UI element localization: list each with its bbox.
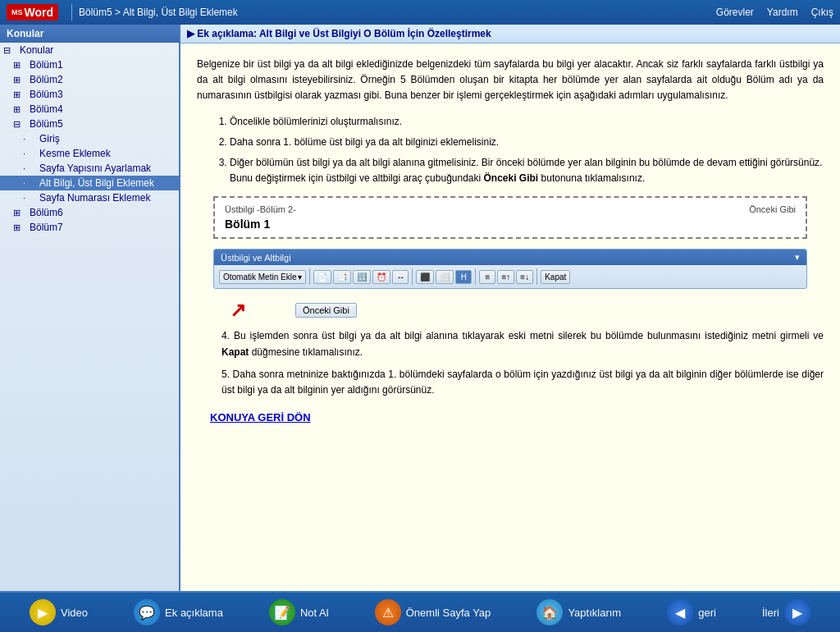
sidebar-item-8[interactable]: · Sayfa Yapısını Ayarlamak [0, 161, 179, 176]
onemli-button[interactable]: ⚠ Önemli Sayfa Yap [368, 596, 498, 629]
annotation-arrow: ↗ [230, 299, 246, 322]
toolbar-title: Üstbilgi ve Altbilgi ▾ [214, 250, 806, 265]
content-area: ▶ Ek açıklama: Alt Bilgi ve Üst Bilgiyi … [180, 25, 840, 591]
sidebar-item-label-7: Kesme Eklemek [39, 148, 111, 159]
sidebar-item-3[interactable]: ⊞ Bölüm3 [0, 87, 179, 102]
toolbar-sep-3 [475, 268, 476, 285]
sidebar-item-7[interactable]: · Kesme Eklemek [0, 146, 179, 161]
toolbar-btn-3[interactable]: 🔢 [353, 270, 371, 284]
not-al-label: Not Al [300, 607, 329, 619]
sidebar-item-4[interactable]: ⊞ Bölüm4 [0, 102, 179, 117]
video-icon: ▶ [30, 599, 56, 625]
demo-box-content: Bölüm 1 [225, 218, 796, 231]
geri-button[interactable]: ◀ geri [660, 596, 723, 629]
toolbar-buttons: Otomatik Metin Ekle ▾ 📄 📑 🔢 ⏰ ↔ ⬛ ⬜ H ≡ … [214, 265, 806, 288]
sidebar-item-label-1: Bölüm1 [30, 59, 63, 71]
demo-box: Üstbilgi -Bölüm 2- Önceki Gibi Bölüm 1 [213, 196, 807, 239]
sidebar-item-icon-7: · [23, 149, 36, 158]
toolbar-sep-1 [309, 268, 310, 285]
konuya-geri-don-link[interactable]: KONUYA GERİ DÖN [210, 411, 824, 424]
onceki-gibi-button[interactable]: Önceki Gibi [295, 303, 357, 318]
sidebar-item-icon-5: ⊟ [13, 119, 26, 130]
sidebar-item-icon-1: ⊞ [13, 60, 26, 71]
demo-header-right: Önceki Gibi [749, 204, 796, 214]
sidebar-item-label-0: Konular [20, 44, 53, 56]
sidebar-item-11[interactable]: ⊞ Bölüm6 [0, 205, 179, 220]
step-2: Daha sonra 1. bölüme üst bilgi ya da alt… [230, 135, 824, 150]
sidebar-item-label-5: Bölüm5 [30, 118, 63, 130]
sidebar-title: Konular [0, 25, 179, 43]
sidebar-item-icon-3: ⊞ [13, 89, 26, 100]
sidebar-item-label-8: Sayfa Yapısını Ayarlamak [39, 163, 151, 174]
step-4-end: düğmesine tıklamalısınız. [252, 346, 363, 358]
step-3: Diğer bölümün üst bilgi ya da alt bilgi … [230, 155, 824, 186]
sidebar-item-5[interactable]: ⊟ Bölüm5 [0, 117, 179, 131]
sidebar-item-0[interactable]: ⊟ Konular [0, 43, 179, 57]
video-button[interactable]: ▶ Video [23, 596, 94, 629]
sidebar-item-label-2: Bölüm2 [30, 74, 63, 85]
steps-list: Öncelikle bölümlerinizi oluşturmalısınız… [230, 114, 824, 187]
toolbar-btn-1[interactable]: 📄 [313, 270, 331, 284]
sidebar-item-10[interactable]: · Sayfa Numarası Eklemek [0, 190, 179, 205]
onemli-icon: ⚠ [375, 599, 401, 625]
sidebar-item-icon-8: · [23, 163, 36, 173]
content-body: Belgenize bir üst bilgi ya da alt bilgi … [180, 44, 840, 591]
toolbar-btn-2[interactable]: 📑 [333, 270, 351, 284]
step-3-text: Diğer bölümün üst bilgi ya da alt bilgi … [230, 157, 822, 184]
kapat-button[interactable]: Kapat [541, 270, 570, 284]
yaptiklarim-button[interactable]: 🏠 Yaptıklarım [530, 596, 628, 629]
menu-cikis[interactable]: Çıkış [811, 7, 833, 18]
toolbar-btn-7[interactable]: ⬜ [436, 270, 454, 284]
onemli-label: Önemli Sayfa Yap [406, 607, 491, 619]
word-label: Word [25, 6, 54, 19]
toolbar-btn-8[interactable]: H [455, 270, 472, 284]
sidebar-item-1[interactable]: ⊞ Bölüm1 [0, 57, 179, 72]
toolbar-btn-6[interactable]: ⬛ [416, 270, 434, 284]
sidebar-item-icon-4: ⊞ [13, 104, 26, 115]
sidebar-item-icon-2: ⊞ [13, 75, 26, 85]
sidebar-item-6[interactable]: · Giriş [0, 131, 179, 146]
step-4-pre: 4. Bu işlemden sonra üst bilgi ya da alt… [221, 330, 824, 341]
auto-text-dropdown[interactable]: Otomatik Metin Ekle ▾ [219, 270, 306, 284]
sidebar: Konular ⊟ Konular⊞ Bölüm1⊞ Bölüm2⊞ Bölüm… [0, 25, 180, 591]
ileri-label: İleri [762, 607, 779, 619]
top-menu: Görevler Yardım Çıkış [716, 7, 833, 18]
ileri-button[interactable]: İleri ▶ [756, 596, 817, 629]
main-container: Konular ⊟ Konular⊞ Bölüm1⊞ Bölüm2⊞ Bölüm… [0, 25, 840, 591]
sidebar-item-label-4: Bölüm4 [30, 103, 63, 115]
toolbar-btn-4[interactable]: ⏰ [372, 270, 390, 284]
sidebar-item-label-3: Bölüm3 [30, 89, 63, 100]
yaptiklarim-icon: 🏠 [536, 599, 563, 625]
toolbar-btn-11[interactable]: ≡↓ [516, 270, 533, 284]
toolbar-btn-9[interactable]: ≡ [479, 270, 495, 284]
ek-aciklama-icon: 💬 [134, 599, 160, 625]
toolbar-btn-10[interactable]: ≡↑ [497, 270, 514, 284]
word-logo: MS Word [7, 4, 58, 21]
menu-gorevler[interactable]: Görevler [716, 7, 754, 18]
top-bar: MS Word Bölüm5 > Alt Bilgi, Üst Bilgi Ek… [0, 0, 840, 25]
intro-paragraph: Belgenize bir üst bilgi ya da alt bilgi … [197, 57, 824, 104]
ms-label: MS [11, 8, 23, 16]
toolbar-collapse-icon[interactable]: ▾ [795, 252, 800, 263]
toolbar-btn-5[interactable]: ↔ [392, 270, 409, 284]
step-1: Öncelikle bölümlerinizi oluşturmalısınız… [230, 114, 824, 130]
auto-text-label: Otomatik Metin Ekle [223, 272, 296, 282]
step-5-text: 5. Daha sonra metninize baktığınızda 1. … [221, 367, 824, 398]
not-al-button[interactable]: 📝 Not Al [262, 596, 336, 629]
menu-yardim[interactable]: Yardım [767, 7, 798, 18]
bottom-bar: ▶ Video 💬 Ek açıklama 📝 Not Al ⚠ Önemli … [0, 591, 840, 632]
sidebar-item-icon-0: ⊟ [3, 45, 16, 56]
sidebar-items: ⊟ Konular⊞ Bölüm1⊞ Bölüm2⊞ Bölüm3⊞ Bölüm… [0, 43, 179, 235]
demo-header-left: Üstbilgi -Bölüm 2- [225, 204, 296, 214]
geri-icon: ◀ [667, 599, 693, 625]
sidebar-item-2[interactable]: ⊞ Bölüm2 [0, 72, 179, 87]
sidebar-item-icon-6: · [23, 134, 36, 144]
ek-aciklama-button[interactable]: 💬 Ek açıklama [127, 596, 230, 629]
sidebar-item-9[interactable]: · Alt Bilgi, Üst Bilgi Eklemek [0, 176, 179, 190]
sidebar-item-label-10: Sayfa Numarası Eklemek [39, 192, 150, 204]
step-4-bold: Kapat [221, 346, 249, 358]
ek-aciklama-label: Ek açıklama [165, 607, 223, 619]
dropdown-arrow-icon: ▾ [298, 272, 302, 282]
sidebar-item-12[interactable]: ⊞ Bölüm7 [0, 220, 179, 235]
content-header: ▶ Ek açıklama: Alt Bilgi ve Üst Bilgiyi … [180, 25, 840, 44]
